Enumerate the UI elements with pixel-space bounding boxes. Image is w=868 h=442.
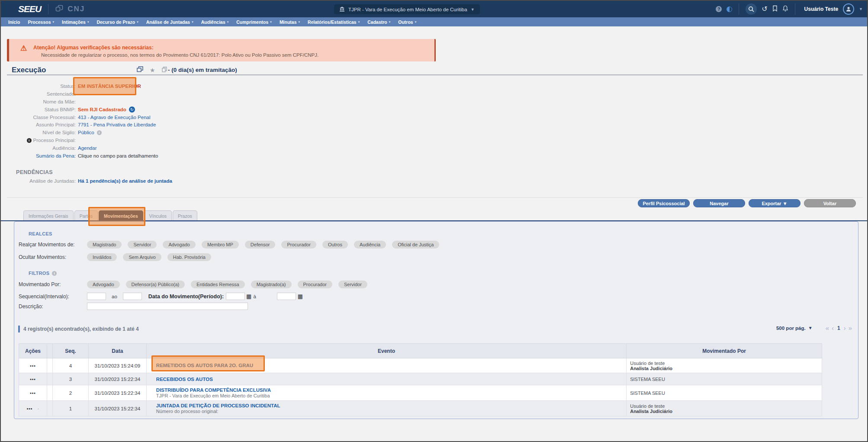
- filtro-advogado-button[interactable]: Advogado: [87, 281, 120, 288]
- first-page-icon[interactable]: «: [826, 325, 829, 331]
- current-page: 1: [837, 325, 840, 331]
- filtro-defensor-publico-button[interactable]: Defensor(a) Público(a): [126, 281, 185, 288]
- col-seq: Seq.: [52, 344, 88, 358]
- popup-window-icon[interactable]: [137, 66, 143, 74]
- realce-servidor-button[interactable]: Servidor: [128, 241, 157, 248]
- agendar-link[interactable]: Agendar: [78, 145, 96, 151]
- analise-juntadas-link[interactable]: Há 1 pendência(s) de análise de juntada: [78, 178, 172, 184]
- copy-icon[interactable]: [162, 66, 167, 74]
- menu-item-outros[interactable]: Outros▾: [394, 17, 420, 26]
- voltar-button[interactable]: Voltar: [804, 199, 856, 207]
- calendar-icon[interactable]: ▦: [246, 294, 251, 299]
- exportar-button[interactable]: Exportar ▼: [749, 199, 800, 207]
- prev-page-icon[interactable]: ‹: [832, 325, 834, 331]
- menu-item-analise-de-juntadas[interactable]: Análise de Juntadas▾: [142, 17, 197, 26]
- search-icon[interactable]: [746, 3, 757, 15]
- realce-audiencia-button[interactable]: Audiência: [354, 241, 386, 248]
- perfil-psicossocial-button[interactable]: Perfil Psicossocial: [638, 199, 690, 207]
- field-label: Nível de Sigilo:: [1, 130, 76, 135]
- menu-item-cadastro[interactable]: Cadastro▾: [363, 17, 394, 26]
- results-summary: 4 registro(s) encontrado(s), exibindo de…: [23, 326, 139, 332]
- col-data: Data: [88, 344, 146, 358]
- classe-processual-link[interactable]: 413 - Agravo de Execução Penal: [78, 115, 151, 120]
- bookmark-icon[interactable]: [772, 5, 778, 13]
- sumario-pena-link[interactable]: Sumário da Pena:: [36, 153, 76, 158]
- calendar-icon[interactable]: ▦: [298, 294, 303, 299]
- history-icon[interactable]: ↺: [762, 6, 767, 12]
- favorite-star-icon[interactable]: ★: [150, 67, 155, 74]
- menu-item-inicio[interactable]: Início: [4, 17, 24, 26]
- ocultar-invalidos-button[interactable]: Inválidos: [87, 253, 117, 261]
- menu-item-minutas[interactable]: Minutas▾: [276, 17, 304, 26]
- tab-partes[interactable]: Partes: [74, 210, 98, 221]
- tab-informacoes-gerais[interactable]: Informações Gerais: [23, 210, 74, 221]
- court-selector-dropdown[interactable]: TJPR - Vara de Execução em Meio Aberto d…: [334, 4, 480, 14]
- refresh-bnmp-icon[interactable]: ↻: [129, 106, 135, 113]
- row-date: 31/10/2023 15:22:34: [88, 385, 146, 401]
- event-link[interactable]: DISTRIBUÍDO PARA COMPETÊNCIA EXCLUSIVA: [156, 387, 624, 393]
- menu-item-audiencias[interactable]: Audiências▾: [197, 17, 233, 26]
- realce-advogado-button[interactable]: Advogado: [163, 241, 196, 248]
- a-label: à: [253, 294, 256, 299]
- per-page-select[interactable]: 500 por pág.: [776, 326, 806, 331]
- tramitacao-days: - (0 dia(s) em tramitação): [168, 67, 237, 73]
- table-row: ••• 3 31/10/2023 15:22:34 RECEBIDOS OS A…: [19, 373, 822, 385]
- tab-prazos[interactable]: Prazos: [173, 210, 197, 221]
- contrast-icon[interactable]: [727, 6, 732, 12]
- sequencial-de-input[interactable]: [87, 293, 106, 300]
- event-link[interactable]: RECEBIDOS OS AUTOS: [156, 377, 624, 382]
- row-actions-menu[interactable]: •••: [27, 407, 33, 411]
- sumario-pena-value[interactable]: Clique no campo para detalhamento: [78, 153, 158, 158]
- filtro-entidades-remessa-button[interactable]: Entidades Remessa: [191, 281, 244, 288]
- filtro-magistrado-button[interactable]: Magistrado(a): [251, 281, 292, 288]
- nivel-sigilo-link[interactable]: Público: [78, 130, 94, 135]
- help-icon[interactable]: ?: [716, 6, 722, 12]
- bell-icon[interactable]: [782, 5, 788, 13]
- navegar-button[interactable]: Navegar: [693, 199, 745, 207]
- chevron-down-icon[interactable]: ▼: [808, 326, 813, 330]
- descricao-input[interactable]: [87, 303, 248, 310]
- data-inicio-input[interactable]: [226, 293, 245, 300]
- alert-banner: ⚠ Atenção! Algumas verificações são nece…: [7, 39, 436, 61]
- menu-item-processos[interactable]: Processos▾: [24, 17, 58, 26]
- menu-item-cumprimentos[interactable]: Cumprimentos▾: [232, 17, 276, 26]
- realce-procurador-button[interactable]: Procurador: [281, 241, 316, 248]
- alert-title: Atenção! Algumas verificações são necess…: [33, 45, 154, 51]
- field-label: Sentenciado:: [1, 91, 76, 97]
- avatar[interactable]: [843, 3, 854, 15]
- event-link[interactable]: JUNTADA DE PETIÇÃO DE PROCESSO INCIDENTA…: [156, 403, 624, 408]
- menu-item-decurso-de-prazo[interactable]: Decurso de Prazo▾: [93, 17, 142, 26]
- field-label: Análise de Juntadas:: [1, 178, 76, 184]
- chevron-down-icon[interactable]: ▼: [859, 7, 863, 11]
- realce-defensor-button[interactable]: Defensor: [245, 241, 276, 248]
- realce-outros-button[interactable]: Outros: [322, 241, 348, 248]
- status-value: EM INSTÂNCIA SUPERIOR: [78, 84, 141, 89]
- realce-oficial-justica-button[interactable]: Oficial de Justiça: [392, 241, 439, 248]
- chevron-down-icon: ▼: [471, 7, 475, 12]
- process-header-icons: ★: [137, 66, 167, 74]
- next-page-icon[interactable]: ›: [844, 325, 846, 331]
- row-actions-menu[interactable]: •••: [30, 364, 36, 368]
- realce-magistrado-button[interactable]: Magistrado: [87, 241, 122, 248]
- menu-item-relatorios-estatisticas[interactable]: Relatórios/Estatísticas▾: [304, 17, 363, 26]
- moved-by-role: Analista Judiciário: [630, 409, 819, 414]
- sequencial-ate-input[interactable]: [123, 293, 142, 300]
- table-row: ••• 2 31/10/2023 15:22:34 DISTRIBUÍDO PA…: [19, 385, 822, 401]
- tab-vinculos[interactable]: Vínculos: [144, 210, 172, 221]
- last-page-icon[interactable]: »: [849, 325, 852, 331]
- col-evento: Evento: [146, 344, 626, 358]
- data-fim-input[interactable]: [277, 293, 296, 300]
- row-actions-menu[interactable]: •••: [30, 391, 36, 396]
- filtro-procurador-button[interactable]: Procurador: [298, 281, 332, 288]
- row-actions-menu[interactable]: •••: [30, 377, 36, 382]
- moved-by-user: SISTEMA SEEU: [630, 377, 819, 382]
- ocultar-sem-arquivo-button[interactable]: Sem Arquivo: [123, 253, 161, 261]
- realce-membro-mp-button[interactable]: Membro MP: [202, 241, 239, 248]
- ocultar-hab-provisoria-button[interactable]: Hab. Provisória: [167, 253, 211, 261]
- event-link[interactable]: REMETIDOS OS AUTOS PARA 2O. GRAU: [156, 363, 624, 368]
- tab-movimentacoes[interactable]: Movimentações: [99, 210, 143, 221]
- filtro-servidor-button[interactable]: Servidor: [338, 281, 367, 288]
- assunto-principal-link[interactable]: 7791 - Pena Privativa de Liberdade: [78, 122, 156, 127]
- row-seq: 1: [52, 401, 88, 416]
- menu-item-intimacoes[interactable]: Intimações▾: [58, 17, 93, 26]
